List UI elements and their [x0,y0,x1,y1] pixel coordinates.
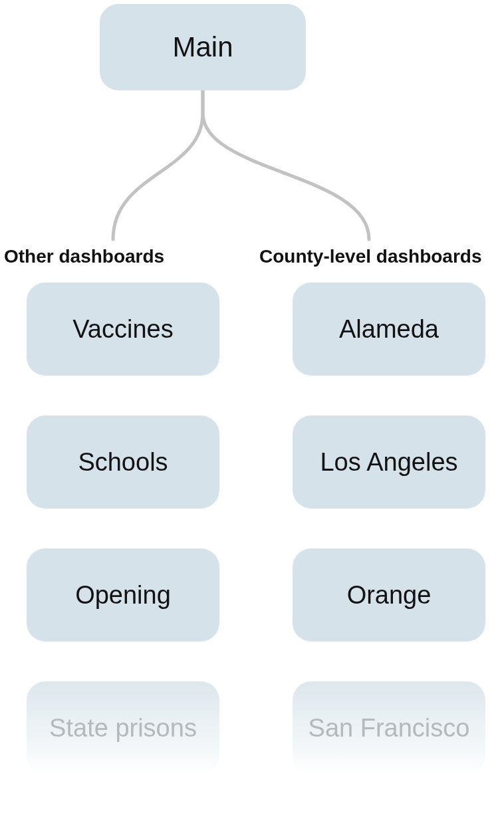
node-los-angeles[interactable]: Los Angeles [293,415,485,509]
node-label: Los Angeles [320,448,457,477]
root-label: Main [172,31,233,63]
node-state-prisons[interactable]: State prisons [27,681,219,774]
column-header-county: County-level dashboards [259,246,482,267]
node-alameda[interactable]: Alameda [293,283,485,376]
node-vaccines[interactable]: Vaccines [27,283,219,376]
node-label: San Francisco [309,714,470,743]
node-orange[interactable]: Orange [293,548,485,642]
node-opening[interactable]: Opening [27,548,219,642]
node-label: Opening [75,581,171,610]
root-node-main[interactable]: Main [100,4,306,90]
node-label: Schools [78,448,168,477]
column-header-other: Other dashboards [4,246,164,267]
node-schools[interactable]: Schools [27,415,219,509]
node-label: Orange [347,581,432,610]
node-label: Alameda [339,315,439,344]
node-san-francisco[interactable]: San Francisco [293,681,485,774]
node-label: Vaccines [72,315,173,344]
node-label: State prisons [49,714,197,743]
